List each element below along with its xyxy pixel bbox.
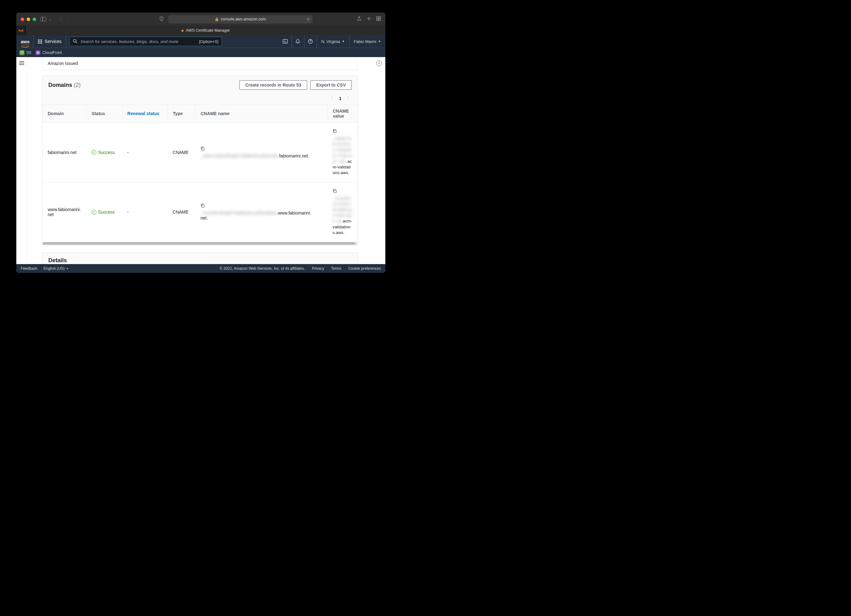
cell-type: CNAME — [168, 182, 195, 242]
cell-domain: www.fabiomarini.net — [43, 182, 87, 242]
hamburger-icon[interactable] — [19, 60, 24, 66]
domains-panel: Domains (2) Create records in Route 53 E… — [42, 75, 358, 245]
notifications-icon[interactable] — [292, 35, 304, 48]
window-minimize-button[interactable] — [27, 18, 30, 21]
active-tab[interactable]: ◆ AWS Certificate Manager — [26, 26, 385, 35]
search-input[interactable] — [80, 39, 196, 44]
lock-icon: 🔒 — [215, 17, 219, 21]
col-renewal[interactable]: Renewal status — [122, 105, 168, 123]
cell-cname-name: _f1e2d3c4b5a6f7e8d9c0b1a2f3e4d5c6.www.fa… — [195, 182, 328, 242]
cloudshell-icon[interactable] — [279, 35, 292, 48]
pinned-tab-gmail[interactable] — [16, 26, 26, 35]
copy-icon[interactable] — [332, 189, 337, 194]
certificate-type-value: Amazon Issued — [48, 61, 78, 66]
aws-favorites-bar: S3 CloudFront — [16, 48, 385, 57]
url-bar[interactable]: 🔒 console.aws.amazon.com ⟳ — [168, 15, 313, 24]
svg-rect-10 — [334, 130, 336, 132]
cname-value-value: _m1n2b3v4 c5x6z7l8 k9j0h1g2 f3d4.efgh -i… — [332, 196, 352, 236]
aws-cube-icon: ◆ — [181, 28, 184, 33]
cell-status: ✓ Success — [87, 182, 122, 242]
page-prev-button[interactable]: 〈 — [329, 95, 333, 101]
refresh-icon[interactable]: ⟳ — [307, 17, 310, 22]
fav-item-cloudfront[interactable]: CloudFront — [35, 50, 62, 55]
page-next-button[interactable]: 〉 — [347, 95, 352, 101]
cloudfront-icon — [35, 50, 41, 55]
tabs-overview-icon[interactable] — [376, 16, 381, 22]
copy-icon[interactable] — [200, 146, 204, 152]
caret-down-icon: ▼ — [342, 40, 345, 43]
terms-link[interactable]: Terms — [331, 266, 341, 271]
svg-rect-11 — [202, 205, 204, 207]
cell-domain: fabiomarini.net — [43, 123, 87, 183]
svg-rect-1 — [379, 17, 380, 18]
col-type[interactable]: Type — [168, 105, 195, 123]
page-number: 1 — [339, 96, 341, 101]
pagination: 〈 1 〉 — [43, 93, 358, 104]
main-content: Amazon Issued Domains (2) Create records… — [27, 57, 373, 264]
search-icon — [73, 39, 77, 44]
cell-status: ✓ Success — [87, 123, 122, 183]
safari-toolbar: ⌄ 〈 〉 🔒 console.aws.amazon.com ⟳ — [16, 12, 385, 26]
nav-back-button[interactable]: 〈 — [57, 16, 62, 23]
panel-title: Domains (2) — [48, 82, 81, 89]
panel-title: Details — [48, 257, 67, 264]
aws-search-bar[interactable]: [Option+S] — [69, 37, 222, 46]
new-tab-icon[interactable] — [367, 16, 371, 22]
cookies-link[interactable]: Cookie preferences — [348, 266, 381, 271]
grid-icon — [38, 39, 42, 44]
nav-forward-button[interactable]: 〉 — [68, 16, 73, 23]
caret-down-icon: ▼ — [378, 40, 381, 43]
privacy-shield-icon[interactable] — [159, 16, 164, 22]
table-row: www.fabiomarini.net ✓ Success - CNAME — [43, 182, 358, 242]
fav-label: CloudFront — [42, 51, 62, 55]
fav-item-s3[interactable]: S3 — [20, 50, 31, 55]
export-csv-button[interactable]: Export to CSV — [310, 80, 352, 90]
gmail-icon — [18, 29, 24, 32]
account-menu[interactable]: Fabio Marini ▼ — [349, 35, 385, 48]
horizontal-scrollbar[interactable] — [43, 242, 358, 245]
search-shortcut: [Option+S] — [199, 39, 218, 44]
table-row: fabiomarini.net ✓ Success - CNAME — [43, 123, 358, 183]
svg-point-7 — [21, 51, 23, 52]
feedback-link[interactable]: Feedback — [21, 266, 38, 271]
col-cname-value[interactable]: CNAME value — [328, 105, 358, 123]
window-maximize-button[interactable] — [33, 18, 36, 21]
aws-footer: Feedback English (US) ▼ © 2022, Amazon W… — [16, 264, 385, 273]
services-menu-button[interactable]: Services — [33, 35, 66, 48]
privacy-link[interactable]: Privacy — [312, 266, 324, 271]
help-panel-collapsed: i — [373, 57, 385, 264]
cell-cname-name: _a0b1c2d3e4f5a6b7c8d9e0f1a2b3c4d5.fabiom… — [195, 123, 328, 183]
caret-down-icon: ▼ — [66, 267, 69, 270]
create-route53-button[interactable]: Create records in Route 53 — [239, 80, 307, 90]
cell-renewal: - — [122, 182, 168, 242]
domains-table: Domain Status Renewal status Type CNAME … — [43, 104, 358, 242]
copy-icon[interactable] — [332, 129, 337, 134]
col-status[interactable]: Status — [87, 105, 122, 123]
cell-type: CNAME — [168, 123, 195, 183]
svg-rect-5 — [283, 39, 287, 43]
success-check-icon: ✓ — [92, 210, 96, 215]
user-label: Fabio Marini — [354, 39, 377, 44]
window-close-button[interactable] — [21, 18, 24, 21]
cell-cname-value: _m1n2b3v4 c5x6z7l8 k9j0h1g2 f3d4.efgh -i… — [328, 182, 358, 242]
language-selector[interactable]: English (US) ▼ — [44, 266, 69, 271]
region-selector[interactable]: N. Virginia ▼ — [317, 35, 349, 48]
svg-rect-0 — [377, 17, 379, 18]
safari-tabbar: ◆ AWS Certificate Manager — [16, 26, 385, 35]
svg-rect-12 — [334, 190, 336, 192]
info-icon[interactable]: i — [376, 60, 382, 66]
window-controls — [21, 18, 36, 21]
col-cname-name[interactable]: CNAME name — [195, 105, 328, 123]
col-domain[interactable]: Domain — [43, 105, 87, 123]
share-icon[interactable] — [357, 16, 361, 22]
cell-cname-value: _z9y8x7w6 v5u4t3s2 r1q0p9o8 n7m6.sxyz -a… — [328, 123, 358, 183]
copy-icon[interactable] — [200, 204, 204, 209]
chevron-down-icon[interactable]: ⌄ — [49, 17, 51, 21]
tab-title: AWS Certificate Manager — [186, 28, 230, 33]
help-icon[interactable] — [304, 35, 317, 48]
sidebar-toggle-icon[interactable] — [41, 17, 46, 21]
cname-value-value: _z9y8x7w6 v5u4t3s2 r1q0p9o8 n7m6.sxyz -a… — [332, 136, 352, 176]
cell-renewal: - — [122, 123, 168, 183]
scrollbar-thumb[interactable] — [43, 242, 355, 245]
aws-logo[interactable]: aws — [20, 35, 33, 48]
